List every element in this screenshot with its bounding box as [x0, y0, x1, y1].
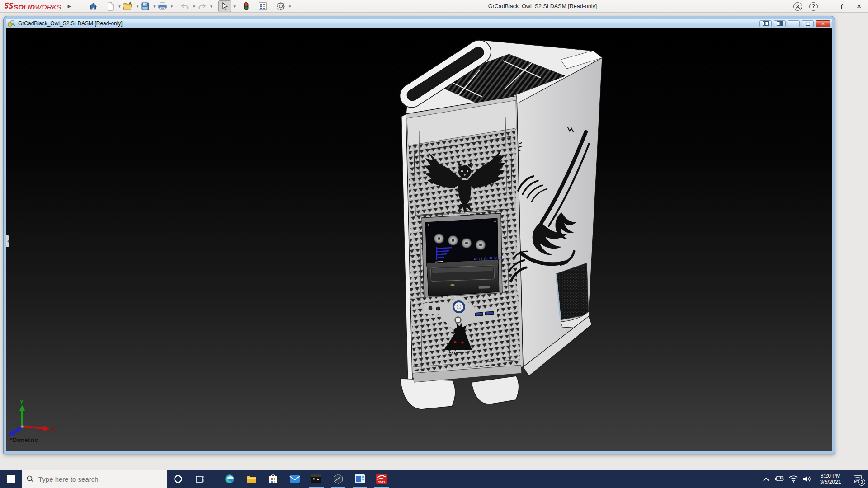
- taskbar: C:\ 2021: [0, 470, 868, 488]
- document-window: GrCadBlack_Owl_S2.SLDASM [Read-only] – ✕: [4, 16, 835, 454]
- store-icon[interactable]: [262, 470, 284, 488]
- start-button[interactable]: [0, 470, 22, 488]
- app-minimize-button[interactable]: –: [825, 3, 834, 10]
- tray-display-icon[interactable]: [773, 470, 787, 488]
- rebuild-button[interactable]: [242, 1, 250, 12]
- file-explorer-icon[interactable]: [241, 470, 262, 488]
- solidworks-logo: SOLIDWORKS: [4, 1, 61, 11]
- notification-badge: 3: [858, 479, 865, 486]
- doc-close-button[interactable]: ✕: [816, 20, 830, 27]
- cortana-button[interactable]: [167, 470, 189, 488]
- triad-y-label: Y: [20, 399, 24, 405]
- taskbar-search[interactable]: [22, 470, 167, 488]
- app-restore-button[interactable]: [841, 4, 847, 9]
- app-titlebar: SOLIDWORKS ▶ ▾ ▾ ▾ ▾ ▾: [0, 0, 868, 13]
- print-dropdown[interactable]: ▾: [171, 4, 173, 9]
- wifi-icon[interactable]: [787, 470, 800, 488]
- open-dropdown[interactable]: ▾: [137, 4, 139, 9]
- undo-dropdown[interactable]: ▾: [193, 4, 195, 9]
- tray-clock[interactable]: 8:20 PM 3/5/2021: [814, 473, 847, 485]
- select-button[interactable]: [218, 0, 231, 12]
- tray-date: 3/5/2021: [816, 479, 845, 485]
- redo-button[interactable]: [196, 1, 208, 11]
- doc-minimize-button[interactable]: –: [788, 20, 800, 27]
- redo-dropdown[interactable]: ▾: [210, 4, 212, 9]
- open-button[interactable]: [122, 1, 134, 12]
- doc-tile-right-button[interactable]: [774, 20, 786, 27]
- task-view-button[interactable]: [189, 470, 211, 488]
- mail-icon[interactable]: [284, 470, 306, 488]
- tray-chevron-icon[interactable]: [760, 470, 773, 488]
- document-titlebar[interactable]: GrCadBlack_Owl_S2.SLDASM [Read-only] – ✕: [6, 19, 832, 28]
- save-button[interactable]: [139, 1, 151, 12]
- action-center-button[interactable]: 3: [847, 470, 868, 488]
- display-report-button[interactable]: [257, 1, 269, 12]
- search-icon: [27, 475, 34, 483]
- options-dropdown[interactable]: ▾: [289, 4, 291, 9]
- document-title: GrCadBlack_Owl_S2.SLDASM [Read-only]: [18, 20, 123, 27]
- tray-time: 8:20 PM: [816, 473, 845, 479]
- svg-text:2021: 2021: [378, 481, 385, 484]
- undo-button[interactable]: [179, 1, 191, 11]
- viewport-canvas[interactable]: PHOBYA: [6, 28, 832, 451]
- solidworks-icon[interactable]: 2021: [371, 470, 392, 488]
- save-dropdown[interactable]: ▾: [153, 4, 156, 9]
- app-window-icon[interactable]: [349, 470, 371, 488]
- terminal-icon[interactable]: C:\: [306, 470, 327, 488]
- doc-tile-left-button[interactable]: [760, 20, 772, 27]
- options-button[interactable]: [275, 1, 287, 12]
- model-pc-case: PHOBYA: [6, 28, 832, 451]
- home-button[interactable]: [87, 1, 99, 12]
- brand-expand-arrow[interactable]: ▶: [68, 4, 71, 9]
- orientation-triad[interactable]: Y X: [8, 399, 58, 439]
- brand-works: WORKS: [35, 3, 61, 11]
- quick-toolbar: ▾ ▾ ▾ ▾ ▾ ▾ ▾: [87, 0, 291, 12]
- app-title: GrCadBlack_Owl_S2.SLDASM [Read-only]: [488, 0, 597, 13]
- new-document-button[interactable]: [105, 1, 116, 12]
- edge-icon[interactable]: [219, 470, 241, 488]
- print-button[interactable]: [156, 1, 169, 12]
- assembly-file-icon: [8, 20, 15, 27]
- select-dropdown[interactable]: ▾: [233, 4, 236, 9]
- doc-maximize-button[interactable]: [802, 20, 814, 27]
- brand-solid: SOLID: [14, 3, 35, 11]
- hex-app-icon[interactable]: [327, 470, 349, 488]
- search-input[interactable]: [38, 475, 151, 483]
- app-close-button[interactable]: ✕: [854, 3, 863, 10]
- help-icon[interactable]: ?: [809, 2, 818, 11]
- volume-icon[interactable]: [800, 470, 814, 488]
- ds-logo-icon: [4, 1, 14, 9]
- triad-x-label: X: [52, 426, 55, 432]
- desktop: SOLIDWORKS ▶ ▾ ▾ ▾ ▾ ▾: [0, 0, 868, 488]
- account-icon[interactable]: [793, 2, 802, 11]
- new-document-dropdown[interactable]: ▾: [118, 4, 121, 9]
- featuretree-collapse-arrow[interactable]: [5, 235, 9, 247]
